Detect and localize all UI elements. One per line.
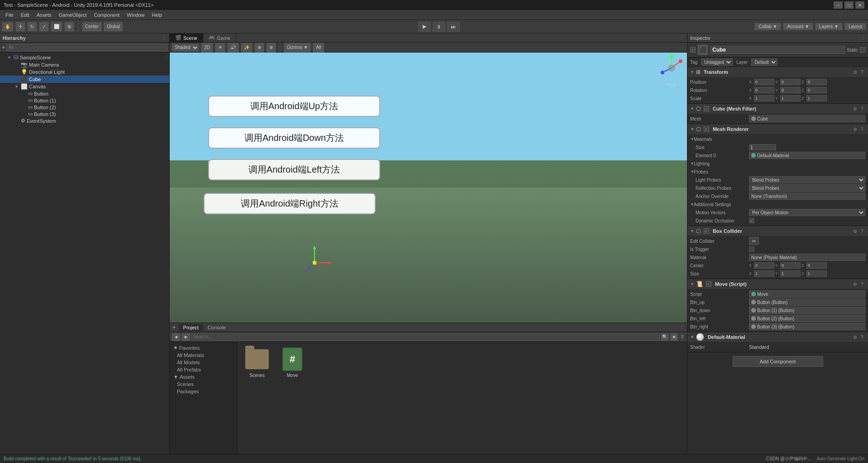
scale-y-input[interactable] <box>780 95 801 101</box>
menu-window[interactable]: Window <box>123 11 148 19</box>
scene-btn-left[interactable]: 调用Android端Left方法 <box>208 159 380 180</box>
maximize-button[interactable]: □ <box>844 1 854 9</box>
element0-field[interactable]: Default-Material <box>749 152 865 159</box>
bc-size-z-input[interactable] <box>806 270 827 277</box>
rotate-tool-button[interactable]: ↻ <box>27 22 37 32</box>
move-script-settings[interactable]: ⚙ <box>852 281 858 287</box>
layout-button[interactable]: Layout <box>844 23 866 30</box>
box-collider-enable[interactable]: ✓ <box>704 228 709 234</box>
step-button[interactable]: ⏭ <box>447 22 460 32</box>
bc-center-z-input[interactable] <box>806 262 827 269</box>
sidebar-all-models[interactable]: All Models <box>172 359 235 366</box>
menu-component[interactable]: Component <box>90 11 123 19</box>
hierarchy-item-button2[interactable]: ▭ Button (2) <box>0 104 169 111</box>
static-checkbox[interactable] <box>860 47 865 53</box>
is-trigger-checkbox[interactable] <box>749 246 754 252</box>
scale-z-input[interactable] <box>806 95 827 101</box>
size-input[interactable] <box>749 144 776 150</box>
menu-edit[interactable]: Edit <box>17 11 33 19</box>
bc-material-field[interactable]: None (Physic Material) <box>749 254 865 261</box>
bc-size-y-input[interactable] <box>780 270 801 277</box>
btn-down-field[interactable]: Button (1) (Button) <box>749 307 865 314</box>
hand-tool-button[interactable]: ✋ <box>2 22 14 32</box>
mesh-filter-header[interactable]: ▼ ⬡ ✓ Cube (Mesh Filter) ⚙ ? <box>687 104 868 114</box>
scene-btn-up[interactable]: 调用Android端Up方法 <box>208 96 380 117</box>
hierarchy-item-button3[interactable]: ▭ Button (3) <box>0 111 169 117</box>
collab-button[interactable]: Collab ▼ <box>754 23 781 30</box>
project-panel-options[interactable]: ⋮ <box>679 324 687 330</box>
hierarchy-item-button1[interactable]: ▭ Button (1) <box>0 97 169 104</box>
mesh-value-field[interactable]: Cube <box>749 115 865 122</box>
scene-extra2[interactable]: ⊗ <box>266 43 276 53</box>
anchor-override-field[interactable]: None (Transform) <box>749 193 865 200</box>
mesh-filter-help[interactable]: ? <box>859 106 865 112</box>
motion-vectors-select[interactable]: Per Object Motion <box>749 209 865 216</box>
scene-view-options[interactable]: Gizmos ▼ <box>284 43 311 53</box>
hierarchy-item-directionallight[interactable]: 💡 Directional Light <box>0 68 169 76</box>
audio-button[interactable]: 🔊 <box>227 43 239 53</box>
scene-view-all[interactable]: All <box>313 43 324 53</box>
hierarchy-item-samplescene[interactable]: ▼ ⛁ SampleScene ⋮ <box>0 53 169 61</box>
default-material-help[interactable]: ? <box>859 334 865 340</box>
rect-tool-button[interactable]: ⬜ <box>51 22 62 32</box>
script-ref-field[interactable]: Move <box>749 290 865 298</box>
shading-mode-select[interactable]: Shaded <box>172 43 199 52</box>
scene-viewport[interactable]: 调用Android端Up方法 调用Android端Down方法 调用Androi… <box>170 53 687 323</box>
effects-button[interactable]: ✨ <box>241 43 253 53</box>
scale-tool-button[interactable]: ⤢ <box>39 22 49 32</box>
inspector-options[interactable]: ⋮ <box>861 35 865 40</box>
sidebar-packages[interactable]: Packages <box>172 388 235 395</box>
project-search-input[interactable] <box>191 333 660 341</box>
mesh-filter-settings[interactable]: ⚙ <box>852 106 858 112</box>
hierarchy-item-eventsystem[interactable]: ⚙ EventSystem <box>0 117 169 124</box>
bc-center-y-input[interactable] <box>780 262 801 269</box>
mesh-filter-enable[interactable]: ✓ <box>704 106 709 111</box>
position-y-input[interactable] <box>780 79 801 85</box>
transform-help[interactable]: ? <box>859 69 865 75</box>
move-tool-button[interactable]: ✛ <box>15 22 25 32</box>
menu-gameobject[interactable]: GameObject <box>55 11 91 19</box>
minimize-button[interactable]: ─ <box>834 1 843 9</box>
edit-collider-button[interactable]: ✏ <box>749 237 759 245</box>
tab-project[interactable]: Project <box>179 324 203 331</box>
lighting-arrow[interactable]: ▼ <box>690 161 694 166</box>
menu-file[interactable]: File <box>2 11 17 19</box>
project-back-btn[interactable]: ◄ <box>172 333 181 341</box>
box-collider-settings[interactable]: ⚙ <box>852 228 858 234</box>
materials-arrow[interactable]: ▼ <box>690 137 694 141</box>
additional-arrow[interactable]: ▼ <box>690 202 694 207</box>
btn-right-field[interactable]: Button (3) (Button) <box>749 323 865 330</box>
scale-x-input[interactable] <box>754 95 774 101</box>
sidebar-all-materials[interactable]: All Materials <box>172 352 235 359</box>
project-forward-btn[interactable]: ► <box>181 333 191 341</box>
favorite-icon-btn[interactable]: ★ <box>670 333 678 341</box>
scene-btn-down[interactable]: 调用Android端Down方法 <box>208 127 380 149</box>
hierarchy-item-canvas[interactable]: ▼ ⬜ Canvas <box>0 83 169 90</box>
sidebar-assets[interactable]: ▼ Assets <box>172 373 235 381</box>
rotation-x-input[interactable] <box>754 87 774 93</box>
move-script-enable[interactable]: ✓ <box>706 281 711 287</box>
lighting-button[interactable]: ☀ <box>215 43 225 53</box>
asset-move[interactable]: # Move <box>277 346 308 378</box>
transform-header[interactable]: ▼ ⊞ Transform ⚙ ? <box>687 67 868 77</box>
box-collider-help[interactable]: ? <box>859 228 865 234</box>
tab-console[interactable]: Console <box>203 324 230 331</box>
sidebar-favorites[interactable]: ★ Favorites <box>172 344 235 352</box>
hierarchy-search[interactable] <box>6 44 167 51</box>
mesh-renderer-enable[interactable]: ✓ <box>704 126 709 132</box>
btn-left-field[interactable]: Button (2) (Button) <box>749 315 865 322</box>
position-x-input[interactable] <box>754 79 774 85</box>
rotation-z-input[interactable] <box>806 87 827 93</box>
default-material-header[interactable]: ▼ Default-Material ⚙ ? <box>687 332 868 342</box>
2d-button[interactable]: 2D <box>201 43 213 53</box>
hierarchy-item-maincamera[interactable]: 📷 Main Camera <box>0 61 169 68</box>
window-controls[interactable]: ─ □ ✕ <box>834 1 864 9</box>
scene-panel-options[interactable]: ⋮ <box>679 35 687 41</box>
reflection-probes-select[interactable]: Blend Probes <box>749 184 865 192</box>
pivot-button[interactable]: Center <box>82 22 102 32</box>
hierarchy-item-cube[interactable]: ⬛ Cube <box>0 76 169 83</box>
hierarchy-add-btn[interactable]: + <box>2 44 5 51</box>
bc-center-x-input[interactable] <box>754 262 774 269</box>
asset-scenes[interactable]: Scenes <box>241 346 273 378</box>
space-button[interactable]: Global <box>104 22 123 32</box>
